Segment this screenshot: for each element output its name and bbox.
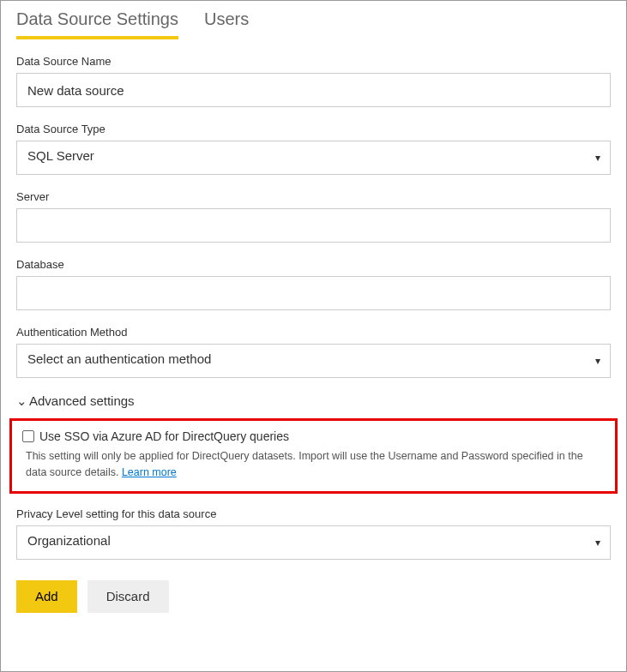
label-sso-azure-ad: Use SSO via Azure AD for DirectQuery que… xyxy=(39,429,289,443)
advanced-settings-toggle[interactable]: ⌄ Advanced settings xyxy=(16,393,611,408)
field-auth-method: Authentication Method Select an authenti… xyxy=(16,326,611,378)
select-data-source-type[interactable]: SQL Server xyxy=(16,141,611,175)
label-data-source-name: Data Source Name xyxy=(16,55,611,68)
add-button[interactable]: Add xyxy=(16,580,77,613)
field-database: Database xyxy=(16,258,611,310)
form-area: Data Source Name Data Source Type SQL Se… xyxy=(1,39,626,613)
field-server: Server xyxy=(16,190,611,243)
field-data-source-type: Data Source Type SQL Server ▾ xyxy=(16,123,611,175)
button-row: Add Discard xyxy=(16,580,611,613)
chevron-down-icon: ⌄ xyxy=(16,394,27,407)
learn-more-link[interactable]: Learn more xyxy=(122,466,177,478)
sso-description-text: This setting will only be applied for Di… xyxy=(26,450,583,478)
advanced-settings-label: Advanced settings xyxy=(29,393,135,408)
discard-button[interactable]: Discard xyxy=(87,580,169,613)
label-auth-method: Authentication Method xyxy=(16,326,611,339)
sso-checkbox-row: Use SSO via Azure AD for DirectQuery que… xyxy=(22,429,605,443)
label-database: Database xyxy=(16,258,611,271)
label-server: Server xyxy=(16,190,611,203)
tab-users[interactable]: Users xyxy=(204,9,249,39)
field-data-source-name: Data Source Name xyxy=(16,55,611,107)
input-data-source-name[interactable] xyxy=(16,73,611,107)
checkbox-sso-azure-ad[interactable] xyxy=(22,430,34,442)
tab-bar: Data Source Settings Users xyxy=(1,1,626,39)
label-privacy-level: Privacy Level setting for this data sour… xyxy=(16,507,611,520)
field-privacy-level: Privacy Level setting for this data sour… xyxy=(16,507,611,560)
input-server[interactable] xyxy=(16,208,611,243)
sso-description: This setting will only be applied for Di… xyxy=(22,448,605,481)
label-data-source-type: Data Source Type xyxy=(16,123,611,135)
select-auth-method[interactable]: Select an authentication method xyxy=(16,344,611,378)
tab-data-source-settings[interactable]: Data Source Settings xyxy=(16,9,178,39)
sso-highlight-box: Use SSO via Azure AD for DirectQuery que… xyxy=(9,418,618,494)
select-privacy-level[interactable]: Organizational xyxy=(16,525,611,560)
input-database[interactable] xyxy=(16,276,611,310)
